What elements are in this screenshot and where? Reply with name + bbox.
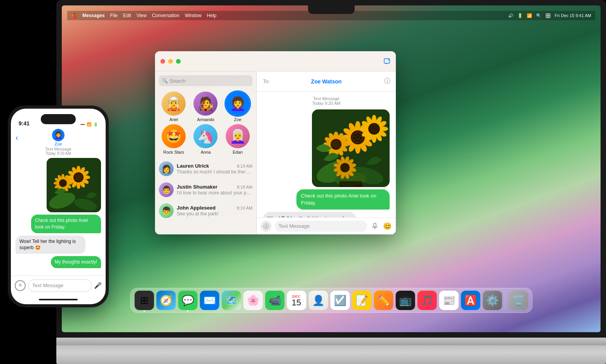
dock-icon-freeform[interactable]: ✏️	[374, 291, 393, 310]
pinned-contact-edan[interactable]: 👩‍🦳 Edan	[223, 124, 252, 154]
dock-icon-news[interactable]: 📰	[439, 291, 458, 310]
iphone-sent-bubble-2: My thoughts exactly!	[51, 256, 101, 268]
macbook-foot	[56, 345, 606, 364]
svg-point-20	[357, 133, 359, 135]
pinned-contact-armando[interactable]: 🧑‍🎤 Armando	[191, 92, 220, 122]
sidebar: 🔍 Search 🧝 Ariel 🧑‍🎤	[155, 71, 257, 234]
menu-edit[interactable]: Edit	[123, 13, 131, 18]
maps-icon: 🗺️	[225, 295, 237, 307]
contact-name-row: Lauren Ulrick 8:19 AM	[177, 163, 252, 169]
avatar-lauren-small: 👩	[159, 161, 174, 176]
iphone-input-placeholder: Text Message	[32, 283, 63, 288]
chat-info-button[interactable]: ⓘ	[384, 77, 390, 85]
pinned-contact-anna[interactable]: 🦄 Anna	[191, 124, 220, 154]
iphone-time: 9:41	[19, 120, 30, 127]
chat-recipient-name[interactable]: Zoe Watson	[311, 78, 342, 85]
iphone-add-button[interactable]: +	[15, 280, 26, 291]
dock-icon-facetime[interactable]: 📹	[265, 291, 284, 310]
maximize-button[interactable]	[176, 59, 181, 64]
calendar-day: 15	[292, 298, 301, 307]
dock-icon-appletv[interactable]: 📺	[395, 291, 415, 310]
dock-icon-maps[interactable]: 🗺️	[221, 291, 241, 310]
contact-info-lauren: Lauren Ulrick 8:19 AM Thanks so much! I …	[177, 163, 252, 175]
contact-name-justin: Justin Shumaker	[177, 184, 218, 190]
dock-icon-messages[interactable]: 💬	[178, 291, 197, 310]
minimize-button[interactable]	[168, 59, 173, 64]
dock-icon-systemprefs[interactable]: ⚙️	[482, 291, 502, 310]
menu-conversation[interactable]: Conversation	[152, 13, 179, 18]
iphone-message-input[interactable]: Text Message	[28, 279, 92, 292]
menu-window[interactable]: Window	[185, 13, 202, 18]
apps-button[interactable]: A	[261, 221, 272, 232]
close-button[interactable]	[160, 59, 165, 64]
dock-icon-music[interactable]: 🎵	[417, 291, 437, 310]
message-input[interactable]: Text Message	[275, 221, 367, 232]
search-placeholder: Search	[170, 78, 186, 84]
safari-icon: 🧭	[160, 295, 172, 307]
svg-point-26	[355, 135, 357, 137]
battery-icon: 🔋	[517, 13, 523, 18]
dynamic-island	[41, 114, 76, 124]
back-button[interactable]: ‹	[16, 133, 18, 142]
dock-icon-reminders[interactable]: ☑️	[330, 291, 350, 310]
dock-icon-mail[interactable]: ✉️	[200, 291, 219, 310]
dock-icon-calendar[interactable]: DEC 15	[287, 291, 306, 310]
dock-icon-safari[interactable]: 🧭	[156, 291, 176, 310]
pinned-contact-zoe[interactable]: 👩‍🦱 Zoe	[223, 92, 252, 122]
apple-menu[interactable]: 🍎	[71, 13, 77, 18]
contact-header-name: Zoe	[55, 142, 62, 146]
contact-avatar-circle: 👩‍🦱	[52, 129, 64, 141]
freeform-icon: ✏️	[377, 295, 390, 307]
contact-item-justin[interactable]: 👨 Justin Shumaker 8:18 AM I'd love to he…	[155, 179, 256, 200]
contacts-icon: 👤	[312, 295, 324, 307]
pinned-contact-rockstars[interactable]: 🤩 Rock Stars	[159, 124, 188, 154]
facetime-icon: 📹	[268, 295, 281, 307]
dock-icon-appstore[interactable]: 🅰️	[461, 291, 480, 310]
avatar-justin-small: 👨	[159, 182, 174, 197]
compose-button[interactable]	[383, 58, 390, 65]
contact-name-row-john: John Appleseed 8:10 AM	[177, 205, 252, 211]
dock: ⊞ 🧭 💬 ✉️ 🗺️ 🌸	[130, 288, 532, 313]
iphone-message-meta: Text Message Today 9:20 AM	[11, 146, 106, 156]
svg-point-41	[332, 140, 340, 149]
macbook-screen: 🍎 Messages File Edit View Conversation W…	[62, 5, 601, 332]
macbook-chin	[56, 338, 606, 345]
menu-bar-right: 🔊 🔋 📶 🔍 🎛️ Fri Dec 15 9:41 AM	[508, 13, 591, 18]
avatar-edan: 👩‍🦳	[226, 124, 250, 148]
menu-help[interactable]: Help	[207, 13, 217, 18]
contact-header-avatar[interactable]: 👩‍🦱 Zoe	[52, 129, 64, 146]
search-bar[interactable]: 🔍 Search	[159, 75, 252, 86]
svg-point-67	[340, 163, 350, 172]
iphone-mic-icon[interactable]: 🎤	[94, 282, 102, 289]
svg-text:A: A	[265, 224, 268, 229]
dock-icon-contacts[interactable]: 👤	[308, 291, 328, 310]
contact-preview-john: See you at the park!	[177, 211, 252, 217]
dock-icon-trash[interactable]: 🗑️	[508, 291, 528, 310]
macbook-notch	[308, 5, 355, 14]
dock-icon-photos[interactable]: 🌸	[243, 291, 263, 310]
iphone-messages-list: Check out this photo Ariel took on Frida…	[11, 156, 106, 276]
iphone-sent-bubble-1: Check out this photo Ariel took on Frida…	[31, 215, 101, 233]
dock-icon-notes[interactable]: 📝	[352, 291, 371, 310]
contact-item-john[interactable]: 👦 John Appleseed 8:10 AM See you at the …	[155, 200, 256, 221]
avatar-anna: 🦄	[193, 124, 218, 148]
avatar-armando: 🧑‍🎤	[193, 92, 218, 116]
contact-item-lauren[interactable]: 👩 Lauren Ulrick 8:19 AM Thanks so much! …	[155, 158, 256, 179]
menu-file[interactable]: File	[110, 13, 117, 18]
control-center-icon[interactable]: 🎛️	[545, 13, 551, 18]
pinned-name-armando: Armando	[197, 117, 214, 122]
dock-icon-launchpad[interactable]: ⊞	[134, 291, 154, 310]
contact-preview-lauren: Thanks so much! I should be there by 9:0…	[177, 169, 252, 175]
volume-icon[interactable]: 🔊	[508, 13, 514, 18]
menu-view[interactable]: View	[136, 13, 146, 18]
app-name[interactable]: Messages	[82, 13, 104, 18]
contact-list: 👩 Lauren Ulrick 8:19 AM Thanks so much! …	[155, 158, 256, 234]
audio-input-button[interactable]	[370, 222, 380, 231]
emoji-button[interactable]: 😊	[383, 222, 392, 231]
trash-icon: 🗑️	[512, 295, 524, 307]
search-icon[interactable]: 🔍	[536, 13, 542, 18]
messages-icon: 💬	[181, 295, 194, 307]
pinned-contact-ariel[interactable]: 🧝 Ariel	[159, 92, 188, 122]
wifi-status-icon: 📶	[87, 122, 91, 127]
appstore-icon: 🅰️	[464, 295, 477, 307]
